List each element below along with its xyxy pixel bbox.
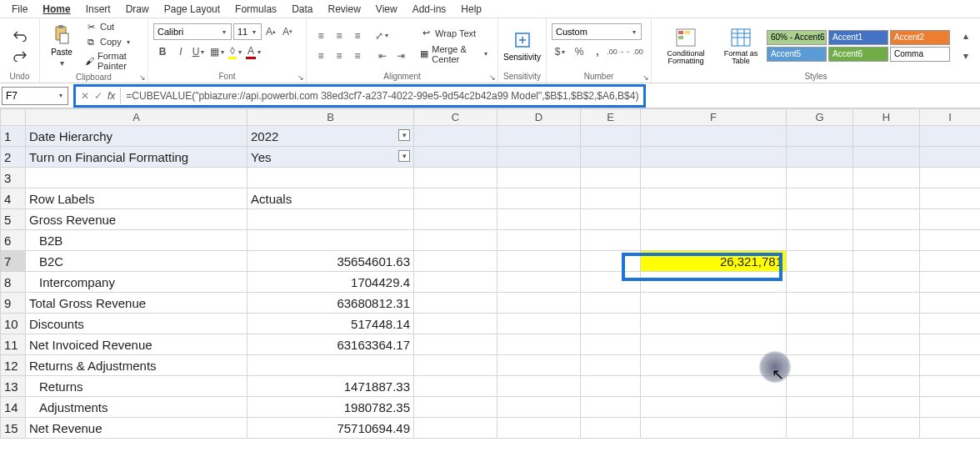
cell-C13[interactable]	[414, 376, 498, 397]
cell-I10[interactable]	[920, 314, 981, 334]
name-box[interactable]: F7▾	[2, 87, 68, 105]
cell-B2[interactable]: Yes▾	[248, 147, 414, 168]
font-name-select[interactable]: Calibri▾	[153, 23, 232, 40]
col-header-B[interactable]: B	[248, 109, 414, 126]
cell-C8[interactable]	[414, 272, 498, 293]
cell-D12[interactable]	[498, 355, 581, 376]
clipboard-launcher[interactable]: ↘	[139, 73, 146, 82]
align-bottom-button[interactable]: ≡	[348, 28, 367, 44]
cell-A13[interactable]: Returns	[26, 376, 248, 397]
cell-F10[interactable]	[641, 314, 787, 334]
number-launcher[interactable]: ↘	[642, 73, 649, 82]
cell-F7[interactable]: 26,321,781	[641, 251, 787, 272]
cell-B3[interactable]	[248, 168, 414, 188]
cell-A11[interactable]: Net Invoiced Revenue	[26, 334, 248, 355]
cell-B8[interactable]: 1704429.4	[248, 272, 414, 293]
cell-E10[interactable]	[581, 314, 641, 334]
cell-E2[interactable]	[581, 147, 641, 168]
menu-home[interactable]: Home	[36, 2, 77, 17]
menu-review[interactable]: Review	[321, 2, 367, 17]
spreadsheet-grid[interactable]: A B C D E F G H I 1Date Hierarchy2022▾2T…	[0, 108, 980, 439]
cell-C3[interactable]	[414, 168, 498, 188]
cell-I5[interactable]	[920, 209, 981, 230]
menu-help[interactable]: Help	[454, 2, 488, 17]
cell-E13[interactable]	[581, 376, 641, 397]
number-format-select[interactable]: Custom▾	[552, 23, 642, 40]
cell-C2[interactable]	[414, 147, 498, 168]
comma-button[interactable]: ,	[588, 43, 607, 60]
cell-F9[interactable]	[641, 293, 787, 314]
filter-button[interactable]: ▾	[398, 150, 410, 162]
cell-C7[interactable]	[414, 251, 498, 272]
bold-button[interactable]: B	[153, 43, 172, 60]
menu-file[interactable]: File	[5, 2, 34, 17]
cell-A4[interactable]: Row Labels	[26, 188, 248, 209]
row-header-13[interactable]: 13	[1, 376, 26, 397]
font-color-button[interactable]: A▾	[245, 43, 263, 60]
menu-formulas[interactable]: Formulas	[228, 2, 283, 17]
select-all-corner[interactable]	[1, 109, 26, 126]
row-header-5[interactable]: 5	[1, 209, 26, 230]
cell-H5[interactable]	[853, 209, 920, 230]
cell-B15[interactable]: 75710694.49	[248, 418, 414, 439]
cell-A10[interactable]: Discounts	[26, 314, 248, 334]
cell-G13[interactable]	[787, 376, 853, 397]
cell-E5[interactable]	[581, 209, 641, 230]
style-comma[interactable]: Comma	[890, 47, 950, 62]
col-header-I[interactable]: I	[920, 109, 981, 126]
cell-B11[interactable]: 63163364.17	[248, 334, 414, 355]
cell-I12[interactable]	[920, 355, 981, 376]
cell-B9[interactable]: 63680812.31	[248, 293, 414, 314]
cell-B10[interactable]: 517448.14	[248, 314, 414, 334]
cell-F15[interactable]	[641, 418, 787, 439]
cell-F12[interactable]	[641, 355, 787, 376]
alignment-launcher[interactable]: ↘	[489, 73, 496, 82]
cell-H11[interactable]	[853, 334, 920, 355]
decrease-indent-button[interactable]: ⇤	[373, 48, 392, 64]
cell-styles-gallery[interactable]: 60% - Accent6 Accent1 Accent2 Accent5 Ac…	[767, 30, 950, 62]
cell-G7[interactable]	[787, 251, 853, 272]
orientation-button[interactable]: ⤢▾	[373, 28, 392, 44]
cell-H3[interactable]	[853, 168, 920, 188]
row-header-4[interactable]: 4	[1, 188, 26, 209]
cell-B14[interactable]: 1980782.35	[248, 397, 414, 418]
cell-G6[interactable]	[787, 230, 853, 251]
fx-button[interactable]: fx	[108, 90, 115, 102]
row-header-14[interactable]: 14	[1, 397, 26, 418]
cell-B13[interactable]: 1471887.33	[248, 376, 414, 397]
cell-A15[interactable]: Net Revenue	[26, 418, 248, 439]
sensitivity-button[interactable]: Sensitivity	[503, 29, 541, 62]
style-accent5[interactable]: Accent5	[767, 47, 827, 62]
cell-E3[interactable]	[581, 168, 641, 188]
underline-button[interactable]: U▾	[190, 43, 208, 60]
align-right-button[interactable]: ≡	[348, 48, 367, 64]
cell-D11[interactable]	[498, 334, 581, 355]
cell-A12[interactable]: Returns & Adjustments	[26, 355, 248, 376]
cell-E8[interactable]	[581, 272, 641, 293]
cell-A5[interactable]: Gross Revenue	[26, 209, 248, 230]
cell-H9[interactable]	[853, 293, 920, 314]
cell-I2[interactable]	[920, 147, 981, 168]
cell-I8[interactable]	[920, 272, 981, 293]
row-header-15[interactable]: 15	[1, 418, 26, 439]
italic-button[interactable]: I	[172, 43, 190, 60]
cell-H10[interactable]	[853, 314, 920, 334]
wrap-text-button[interactable]: ↩Wrap Text	[417, 27, 492, 40]
cell-G2[interactable]	[787, 147, 853, 168]
cell-G11[interactable]	[787, 334, 853, 355]
menu-insert[interactable]: Insert	[79, 2, 118, 17]
cell-H6[interactable]	[853, 230, 920, 251]
enter-formula-button[interactable]: ✓	[94, 90, 102, 102]
cell-G12[interactable]	[787, 355, 853, 376]
percent-button[interactable]: %	[570, 43, 588, 60]
gallery-up-button[interactable]: ▴	[957, 28, 975, 44]
cell-H8[interactable]	[853, 272, 920, 293]
row-header-12[interactable]: 12	[1, 355, 26, 376]
cell-E14[interactable]	[581, 397, 641, 418]
row-header-7[interactable]: 7	[1, 251, 26, 272]
copy-button[interactable]: ⧉Copy▾	[82, 35, 142, 48]
menu-addins[interactable]: Add-ins	[406, 2, 453, 17]
row-header-1[interactable]: 1	[1, 126, 26, 147]
cell-F6[interactable]	[641, 230, 787, 251]
increase-indent-button[interactable]: ⇥	[392, 48, 410, 64]
